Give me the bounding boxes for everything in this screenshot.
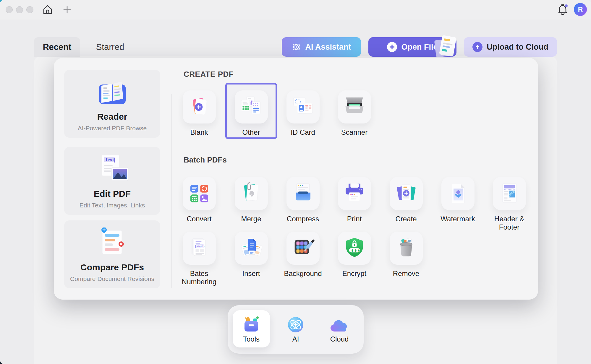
tool-merge-label: Merge (225, 215, 277, 223)
tool-compress[interactable]: Compress (277, 177, 329, 223)
tool-blank[interactable]: Blank (173, 90, 225, 136)
dock-ai[interactable]: AI (277, 310, 314, 347)
dock-cloud-label: Cloud (321, 335, 358, 343)
dock-tools[interactable]: Tools (233, 310, 270, 347)
remove-icon (394, 236, 418, 260)
app-window: R Recent Starred AI Assistant Open File (0, 0, 591, 364)
tool-background[interactable]: Background (277, 232, 329, 278)
print-icon (343, 182, 366, 205)
svg-text:✱✱✱: ✱✱✱ (351, 249, 360, 252)
tool-insert[interactable]: Insert (225, 232, 277, 278)
compress-icon (291, 182, 315, 205)
tool-create[interactable]: Create (380, 177, 432, 223)
blank-icon (187, 95, 212, 119)
new-tab-button[interactable] (61, 4, 73, 16)
dock-tools-label: Tools (233, 335, 270, 343)
title-bar: R (0, 0, 591, 20)
insert-icon (239, 236, 263, 260)
tool-blank-label: Blank (173, 128, 225, 136)
home-button[interactable] (41, 3, 54, 17)
tab-starred[interactable]: Starred (89, 37, 132, 57)
notification-dot (565, 4, 568, 7)
reader-book-icon (93, 78, 132, 108)
compare-pdfs-icon (95, 228, 130, 258)
edit-pdf-icon: Text| (93, 154, 132, 185)
tool-merge[interactable]: Merge (225, 177, 277, 223)
tool-background-label: Background (277, 269, 329, 278)
svg-text:000123: 000123 (196, 245, 204, 248)
tool-convert-label: Convert (173, 215, 225, 223)
edit-pdf-title: Edit PDF (64, 189, 160, 199)
reader-card[interactable]: Reader AI-Powered PDF Browse (64, 70, 160, 138)
reader-title: Reader (64, 112, 160, 122)
ai-orb-icon (287, 316, 304, 333)
id-card-icon (290, 94, 316, 120)
ai-assistant-label: AI Assistant (305, 43, 351, 52)
tool-encrypt[interactable]: ✱✱✱ Encrypt (328, 232, 380, 278)
tool-bates-numbering-label: Bates Numbering (182, 269, 217, 286)
notifications-button[interactable] (556, 3, 569, 16)
edit-pdf-subtitle: Edit Text, Images, Links (64, 202, 160, 209)
tool-bates-numbering[interactable]: 000123 Bates Numbering (173, 232, 225, 286)
open-file-button[interactable]: Open File (368, 37, 456, 57)
other-icon (239, 94, 264, 120)
avatar[interactable]: R (574, 3, 587, 16)
dock-ai-label: AI (277, 335, 314, 343)
tool-id-card[interactable]: ID Card (277, 90, 329, 136)
ai-assistant-button[interactable]: AI Assistant (282, 37, 361, 57)
tool-print[interactable]: Print (328, 177, 380, 223)
scanner-icon (342, 94, 367, 120)
window-close-button[interactable] (6, 6, 13, 13)
tool-print-label: Print (328, 215, 380, 223)
open-file-label: Open File (401, 43, 438, 52)
compare-pdfs-card[interactable]: Compare PDFs Compare Document Revisions (64, 220, 160, 288)
compare-pdfs-title: Compare PDFs (64, 262, 160, 272)
tool-watermark-label: Watermark (432, 215, 484, 223)
compare-pdfs-subtitle: Compare Document Revisions (64, 275, 160, 282)
home-icon (42, 4, 54, 16)
tab-recent-label: Recent (43, 42, 72, 52)
plus-icon (63, 5, 72, 14)
tool-other[interactable]: Other (225, 90, 277, 136)
tab-recent[interactable]: Recent (34, 37, 80, 57)
tool-create-label: Create (380, 215, 432, 223)
window-zoom-button[interactable] (26, 6, 33, 13)
bates-numbering-icon: 000123 (187, 236, 211, 260)
background-icon (291, 236, 315, 260)
window-minimize-button[interactable] (16, 6, 23, 13)
merge-icon (239, 182, 263, 205)
edit-pdf-card[interactable]: Text| Edit PDF (64, 147, 160, 215)
create-icon (394, 182, 418, 205)
tool-scanner-label: Scanner (328, 128, 380, 136)
bottom-dock: Tools AI Cloud (228, 305, 364, 354)
svg-text:Text|: Text| (105, 157, 115, 162)
modal-divider-vertical (171, 94, 172, 288)
tool-convert[interactable]: Convert (173, 177, 225, 223)
avatar-initial: R (578, 6, 583, 14)
tab-starred-label: Starred (96, 42, 124, 52)
tool-compress-label: Compress (277, 215, 329, 223)
tools-icon (242, 316, 260, 333)
tool-watermark[interactable]: Watermark (432, 177, 484, 223)
batch-pdfs-heading: Batch PDFs (184, 155, 227, 165)
tool-header-footer-label: Header & Footer (492, 215, 527, 231)
cloud-icon (330, 318, 349, 333)
tool-remove[interactable]: Remove (380, 232, 432, 278)
header-footer-icon (498, 182, 521, 205)
convert-icon (187, 182, 211, 205)
tool-remove-label: Remove (380, 269, 432, 278)
tool-header-footer[interactable]: Header & Footer (483, 177, 535, 231)
ai-swirl-icon (292, 42, 301, 52)
tool-encrypt-label: Encrypt (328, 269, 380, 278)
encrypt-icon: ✱✱✱ (343, 236, 366, 260)
dock-cloud[interactable]: Cloud (321, 310, 358, 347)
create-pdf-heading: CREATE PDF (184, 70, 234, 79)
reader-subtitle: AI-Powered PDF Browse (64, 125, 160, 132)
tool-id-card-label: ID Card (277, 128, 329, 136)
watermark-icon (446, 182, 470, 205)
tool-scanner[interactable]: Scanner (328, 90, 380, 136)
tools-modal: Reader AI-Powered PDF Browse Text| (54, 58, 538, 300)
tool-other-label: Other (225, 128, 277, 136)
bell-icon (556, 3, 569, 16)
upload-to-cloud-button[interactable]: Upload to Cloud (464, 37, 557, 57)
